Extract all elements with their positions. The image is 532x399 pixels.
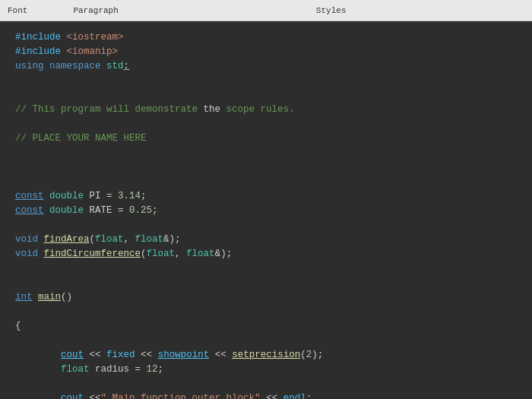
code-line: const double PI = 3.14; — [15, 189, 517, 204]
code-line-empty — [15, 261, 517, 276]
code-line-empty — [15, 305, 517, 319]
code-line-empty — [15, 160, 517, 175]
code-line: { — [15, 319, 517, 334]
code-line: int main() — [15, 290, 517, 305]
code-line: using namespace std; — [15, 59, 517, 74]
code-line-empty — [15, 175, 517, 189]
code-line: // PLACE YOUR NAME HERE — [15, 131, 517, 146]
code-line: cout << fixed << showpoint << setprecisi… — [15, 348, 517, 363]
styles-label: Styles — [316, 6, 347, 15]
paragraph-label: Paragraph — [73, 6, 118, 15]
code-line-empty — [15, 334, 517, 348]
code-line: const double RATE = 0.25; — [15, 204, 517, 218]
code-line-empty — [15, 88, 517, 103]
code-line-empty — [15, 117, 517, 131]
toolbar-font-section: Font — [8, 6, 27, 15]
code-line-empty — [15, 74, 517, 88]
code-line-empty — [15, 218, 517, 233]
toolbar-paragraph-section: Paragraph — [73, 6, 118, 15]
font-label: Font — [8, 6, 27, 15]
toolbar: Font Paragraph Styles — [0, 0, 532, 21]
code-line: void findCircumference(float, float&); — [15, 247, 517, 261]
code-area: #include <iostream> #include <iomanip> u… — [0, 21, 532, 399]
code-line: #include <iomanip> — [15, 45, 517, 59]
code-line-empty — [15, 377, 517, 391]
code-line: #include <iostream> — [15, 30, 517, 45]
code-line: float radius = 12; — [15, 363, 517, 377]
code-line: void findArea(float, float&); — [15, 233, 517, 247]
code-line: cout <<" Main function outer block" << e… — [15, 391, 517, 399]
code-line: // This program will demonstrate the sco… — [15, 103, 517, 117]
code-line-empty — [15, 146, 517, 160]
toolbar-styles-section: Styles — [164, 6, 347, 15]
code-line-empty — [15, 276, 517, 290]
